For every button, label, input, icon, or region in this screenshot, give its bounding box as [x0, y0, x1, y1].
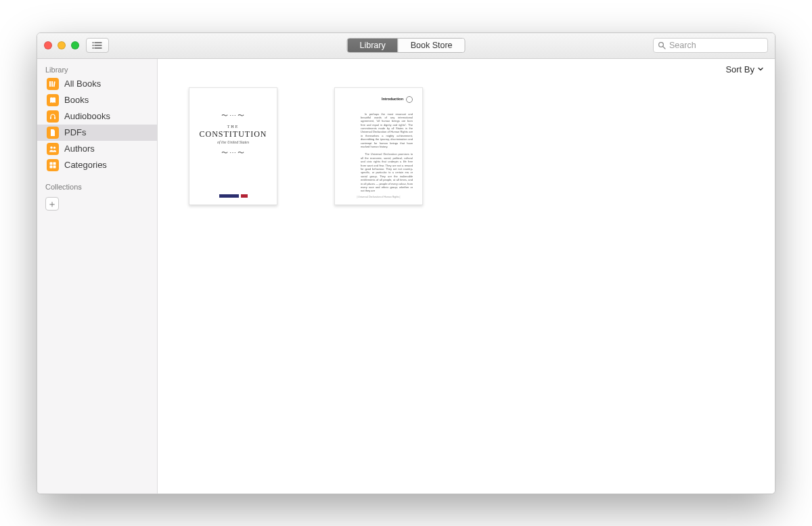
svg-rect-16 [53, 162, 56, 165]
categories-icon [47, 159, 59, 171]
titlebar: Library Book Store [37, 33, 775, 59]
tab-book-store-label: Book Store [411, 41, 453, 50]
minimize-window-button[interactable] [58, 41, 66, 49]
flag-bar-icon [219, 194, 248, 198]
ornament-icon: 〜⋯〜 [221, 148, 246, 158]
authors-icon [47, 143, 59, 155]
sidebar-item-categories[interactable]: Categories [37, 157, 157, 173]
svg-rect-18 [53, 165, 56, 168]
svg-rect-10 [53, 81, 55, 87]
tab-library[interactable]: Library [347, 39, 398, 52]
sidebar-item-pdfs[interactable]: PDFs [37, 125, 157, 141]
un-emblem-icon [406, 96, 413, 103]
svg-point-14 [53, 146, 55, 148]
sidebar-header-library: Library [37, 63, 157, 76]
doc-subtitle: of the United States [217, 140, 249, 144]
svg-rect-12 [54, 117, 55, 119]
sidebar-item-authors[interactable]: Authors [37, 141, 157, 157]
svg-point-5 [93, 47, 94, 49]
search-icon [658, 41, 666, 49]
window-body: Library All Books Books Audiobooks [37, 59, 775, 494]
sidebar-item-books[interactable]: Books [37, 92, 157, 108]
svg-point-4 [93, 45, 94, 46]
sidebar-item-label: Categories [64, 159, 107, 171]
svg-rect-15 [50, 162, 53, 165]
doc-header: Introduction [344, 96, 413, 103]
zoom-window-button[interactable] [71, 41, 79, 49]
add-collection-button[interactable]: ＋ [45, 197, 59, 211]
document-grid: 〜⋯〜 THE CONSTITUTION of the United State… [158, 59, 775, 234]
doc-paragraph: The Universal Declaration promises to al… [361, 152, 413, 192]
sort-by-label: Sort By [725, 64, 754, 74]
doc-pretitle: THE [227, 125, 240, 129]
doc-title: CONSTITUTION [200, 129, 267, 139]
audiobooks-icon [47, 110, 59, 123]
svg-rect-8 [49, 81, 51, 87]
tab-book-store[interactable]: Book Store [399, 39, 465, 52]
doc-heading: Introduction [382, 97, 403, 102]
doc-paragraph: In perhaps the most resonant and beautif… [361, 112, 413, 149]
doc-footer: | Universal Declaration of Human Rights … [335, 196, 422, 199]
view-segmented-control: Library Book Store [346, 38, 465, 53]
svg-point-13 [50, 146, 53, 149]
ornament-icon: 〜⋯〜 [221, 111, 246, 120]
svg-point-3 [93, 42, 94, 43]
list-icon [92, 41, 103, 49]
svg-rect-17 [50, 165, 53, 168]
document-item[interactable]: 〜⋯〜 THE CONSTITUTION of the United State… [189, 87, 277, 205]
sidebar-item-label: Audiobooks [64, 110, 110, 123]
doc-body: In perhaps the most resonant and beautif… [361, 112, 413, 193]
search-field[interactable] [653, 38, 768, 53]
sidebar-item-label: Authors [64, 143, 95, 155]
document-item[interactable]: Introduction In perhaps the most resonan… [334, 87, 423, 205]
svg-rect-9 [51, 81, 53, 87]
plus-icon: ＋ [47, 199, 57, 209]
tab-library-label: Library [359, 41, 385, 50]
sidebar-item-audiobooks[interactable]: Audiobooks [37, 108, 157, 125]
sidebar-item-label: Books [64, 94, 89, 106]
pdfs-icon [47, 127, 59, 139]
app-window: Library Book Store Library All Books [37, 32, 775, 494]
sidebar-header-collections: Collections [37, 180, 157, 193]
sidebar: Library All Books Books Audiobooks [37, 59, 158, 494]
sort-by-button[interactable]: Sort By [725, 64, 764, 74]
all-books-icon [47, 78, 59, 90]
svg-rect-11 [50, 117, 51, 119]
books-icon [47, 94, 59, 106]
window-controls [44, 41, 79, 49]
svg-line-7 [663, 47, 665, 49]
sidebar-item-label: PDFs [64, 127, 87, 139]
chevron-down-icon [757, 66, 764, 72]
search-input[interactable] [669, 41, 763, 50]
sidebar-item-all-books[interactable]: All Books [37, 76, 157, 92]
close-window-button[interactable] [44, 41, 52, 49]
main-content: Sort By 〜⋯〜 THE CONSTITUTION of the Unit… [158, 59, 775, 494]
sidebar-item-label: All Books [64, 78, 101, 90]
view-list-button[interactable] [86, 38, 109, 53]
